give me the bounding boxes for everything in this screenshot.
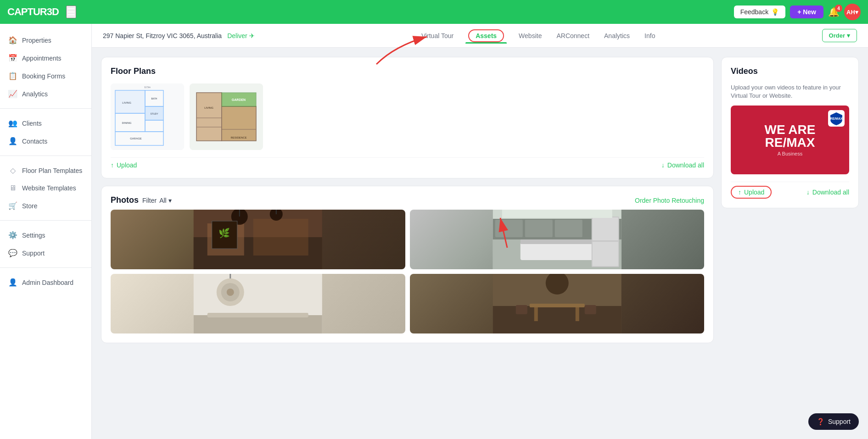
sidebar-item-support[interactable]: 💬 Support	[0, 244, 91, 262]
svg-rect-40	[495, 220, 522, 237]
floor-plans-upload-link[interactable]: ↑ Upload	[111, 161, 137, 169]
svg-text:RE/MAX: RE/MAX	[830, 117, 843, 120]
order-button[interactable]: Order ▾	[822, 29, 857, 42]
download-icon: ↓	[806, 189, 810, 196]
feedback-button[interactable]: Feedback 💡	[734, 6, 785, 18]
left-column: Floor Plans	[101, 57, 714, 430]
svg-rect-41	[525, 220, 552, 237]
new-button[interactable]: + New	[790, 6, 823, 18]
remax-text-line1: WE ARE	[765, 123, 816, 136]
analytics-icon: 📈	[8, 89, 17, 98]
chevron-down-icon: ▾	[168, 197, 172, 204]
sidebar-section-settings: ⚙️ Settings 💬 Support	[0, 224, 91, 264]
nav-info[interactable]: Info	[638, 28, 661, 43]
sidebar-item-admin-dashboard[interactable]: 👤 Admin Dashboard	[0, 273, 91, 291]
avatar-initials: AH	[846, 9, 855, 16]
remax-text-line2: RE/MAX	[765, 136, 815, 149]
photo-item-living: 🌿	[111, 210, 405, 269]
sidebar-divider-2	[0, 156, 91, 156]
property-header: 297 Napier St, Fitzroy VIC 3065, Austral…	[92, 24, 868, 48]
property-address-area: 297 Napier St, Fitzroy VIC 3065, Austral…	[103, 32, 255, 39]
photos-grid: 🌿	[111, 210, 704, 333]
store-icon: 🛒	[8, 201, 17, 210]
app-body: 🏠 Properties 📅 Appointments 📋 Booking Fo…	[0, 24, 868, 439]
svg-rect-46	[502, 210, 612, 218]
chevron-down-icon: ▾	[847, 32, 850, 39]
top-nav-right: Feedback 💡 + New 🔔 4 AH ▾	[734, 4, 861, 20]
sidebar-item-contacts[interactable]: 👤 Contacts	[0, 132, 91, 150]
remax-sub-text: A Business	[778, 151, 802, 156]
support-button[interactable]: ❓ Support	[808, 413, 859, 430]
svg-text:RESIDENCE: RESIDENCE	[230, 136, 246, 139]
download-icon: ↓	[661, 161, 665, 169]
svg-rect-44	[592, 217, 618, 240]
sidebar-item-appointments[interactable]: 📅 Appointments	[0, 49, 91, 67]
photos-card: Photos Filter All ▾ Order Photo Retouchi…	[101, 186, 714, 343]
floor-plans-card: Floor Plans	[101, 57, 714, 178]
nav-website[interactable]: Website	[512, 28, 548, 43]
sidebar-label-contacts: Contacts	[22, 138, 47, 145]
website-icon: 🖥	[8, 184, 17, 192]
svg-rect-42	[554, 220, 582, 237]
notifications-button[interactable]: 🔔 4	[828, 6, 840, 17]
floor-plan-svg-2: LIVING RESIDENCE GARDEN	[190, 83, 263, 150]
svg-text:STUDY: STUDY	[151, 112, 159, 115]
svg-text:LIVING: LIVING	[204, 106, 213, 109]
floor-plans-download-link[interactable]: ↓ Download all	[661, 161, 704, 169]
top-navigation: CAPTUR3D ☰ Feedback 💡 + New 🔔 4 AH ▾	[0, 0, 868, 24]
sidebar-item-floor-plan-templates[interactable]: ◇ Floor Plan Templates	[0, 161, 91, 179]
photos-title: Photos	[111, 195, 139, 205]
sidebar-item-website-templates[interactable]: 🖥 Website Templates	[0, 179, 91, 197]
floor-plan-svg-1: LIVING DINING BATH STUDY GARAGE 12.5m	[111, 83, 184, 150]
nav-virtual-tour[interactable]: Virtual Tour	[415, 28, 460, 43]
svg-rect-45	[592, 242, 618, 266]
photos-header: Photos Filter All ▾ Order Photo Retouchi…	[111, 195, 704, 205]
sidebar-item-store[interactable]: 🛒 Store	[0, 197, 91, 215]
sidebar-item-settings[interactable]: ⚙️ Settings	[0, 226, 91, 244]
deliver-link[interactable]: Deliver ✈	[227, 32, 255, 39]
order-retouching-link[interactable]: Order Photo Retouching	[635, 197, 704, 204]
videos-download-link[interactable]: ↓ Download all	[806, 189, 849, 196]
svg-text:BATH: BATH	[151, 97, 157, 100]
photo-interior-svg	[410, 274, 705, 333]
sidebar-item-analytics[interactable]: 📈 Analytics	[0, 85, 91, 103]
nav-analytics[interactable]: Analytics	[598, 28, 636, 43]
hamburger-button[interactable]: ☰	[66, 6, 76, 18]
calendar-icon: 📅	[8, 54, 17, 62]
sidebar-label-appointments: Appointments	[22, 55, 62, 62]
sidebar-item-properties[interactable]: 🏠 Properties	[0, 31, 91, 49]
right-column: Videos Upload your own videos to feature…	[721, 57, 859, 430]
top-nav-left: CAPTUR3D ☰	[7, 6, 76, 18]
content-area: Floor Plans	[92, 48, 868, 439]
sidebar-label-website-templates: Website Templates	[22, 184, 76, 192]
sidebar-item-clients[interactable]: 👥 Clients	[0, 114, 91, 132]
home-icon: 🏠	[8, 36, 17, 44]
sidebar-label-clients: Clients	[22, 120, 42, 127]
svg-text:DINING: DINING	[122, 122, 132, 124]
videos-upload-link[interactable]: ↑ Upload	[731, 186, 772, 199]
contacts-icon: 👤	[8, 137, 17, 145]
sidebar: 🏠 Properties 📅 Appointments 📋 Booking Fo…	[0, 24, 92, 439]
deliver-icon: ✈	[249, 32, 255, 39]
photo-item-ceiling	[111, 274, 405, 333]
sidebar-item-booking-forms[interactable]: 📋 Booking Forms	[0, 67, 91, 85]
floor-plans-title: Floor Plans	[111, 67, 704, 76]
upload-icon: ↑	[111, 161, 114, 169]
nav-assets[interactable]: Assets	[462, 28, 510, 43]
nav-arconnect[interactable]: ARConnect	[550, 28, 596, 43]
floor-plan-image-1: LIVING DINING BATH STUDY GARAGE 12.5m	[111, 83, 184, 150]
photo-living-svg: 🌿	[111, 210, 405, 269]
svg-point-53	[227, 289, 234, 296]
assets-circle-label: Assets	[468, 29, 504, 42]
sidebar-section-clients: 👥 Clients 👤 Contacts	[0, 112, 91, 152]
svg-rect-16	[196, 93, 222, 141]
question-icon: ❓	[817, 418, 824, 425]
floor-plans-actions: ↑ Upload ↓ Download all	[111, 157, 704, 169]
svg-rect-55	[493, 306, 621, 333]
videos-description: Upload your own videos to feature in you…	[731, 83, 849, 100]
svg-rect-38	[520, 239, 594, 244]
svg-rect-51	[207, 313, 308, 317]
filter-all-dropdown[interactable]: All ▾	[159, 197, 172, 204]
user-avatar-button[interactable]: AH ▾	[844, 4, 861, 20]
app-logo: CAPTUR3D	[7, 6, 59, 18]
